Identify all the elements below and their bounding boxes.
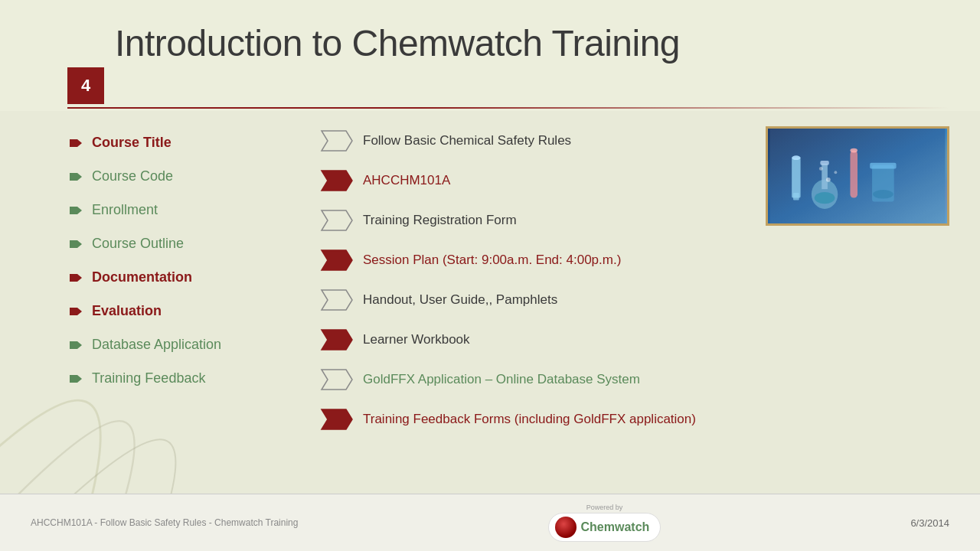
slide-title: Introduction to Chemwatch Training — [115, 21, 949, 66]
bullet-item: Course Outline — [67, 235, 305, 252]
filled-chevron-icon — [320, 249, 354, 272]
arrow-row: Training Registration Form — [320, 209, 750, 232]
arrow-row: Learner Workbook — [320, 328, 750, 351]
svg-marker-20 — [322, 210, 352, 230]
svg-marker-5 — [77, 173, 82, 181]
bullet-item: Evaluation — [67, 302, 305, 319]
arrow-row: Handout, User Guide,, Pamphlets — [320, 289, 750, 311]
svg-marker-23 — [322, 330, 352, 350]
svg-rect-14 — [70, 341, 77, 349]
svg-rect-12 — [70, 308, 77, 315]
svg-marker-22 — [322, 290, 352, 310]
outline-chevron-icon — [320, 289, 354, 311]
svg-marker-7 — [77, 207, 82, 214]
svg-rect-6 — [70, 207, 77, 214]
filled-chevron-icon — [320, 328, 354, 351]
outline-chevron-icon — [320, 368, 354, 391]
header-image — [766, 126, 949, 226]
logo-ball-icon — [555, 517, 577, 538]
svg-marker-11 — [77, 274, 82, 282]
bullet-item: Documentation — [67, 269, 305, 285]
svg-rect-4 — [70, 173, 77, 181]
svg-marker-17 — [77, 375, 82, 383]
footer: AHCCHM101A - Follow Basic Safety Rules -… — [0, 494, 980, 551]
outline-chevron-icon — [320, 209, 354, 232]
bullet-arrow-icon — [67, 201, 84, 218]
bullet-arrow-icon — [67, 134, 84, 151]
arrow-list: Follow Basic Chemical Safety RulesAHCCHM… — [305, 119, 750, 490]
bullet-label: Enrollment — [92, 202, 158, 218]
bullet-item: Course Code — [67, 168, 305, 184]
arrow-row: AHCCHM101A — [320, 169, 750, 192]
bullet-label: Evaluation — [92, 303, 162, 319]
svg-rect-8 — [70, 240, 77, 248]
arrow-text: Session Plan (Start: 9:00a.m. End: 4:00p… — [363, 252, 621, 269]
arrow-text: Handout, User Guide,, Pamphlets — [363, 292, 557, 308]
filled-chevron-icon — [320, 169, 354, 192]
bullet-item: Enrollment — [67, 201, 305, 218]
bullet-arrow-icon — [67, 336, 84, 353]
svg-marker-9 — [77, 240, 82, 248]
chemwatch-logo: Chemwatch — [548, 513, 662, 542]
svg-marker-13 — [77, 308, 82, 315]
arrow-text: Training Feedback Forms (including GoldF… — [363, 411, 696, 428]
bullet-label: Course Code — [92, 168, 173, 184]
arrow-row: Follow Basic Chemical Safety Rules — [320, 129, 750, 152]
svg-marker-19 — [322, 171, 352, 191]
bullet-list: Course TitleCourse CodeEnrollmentCourse … — [67, 119, 305, 490]
content-area: Course TitleCourse CodeEnrollmentCourse … — [67, 119, 949, 490]
arrow-text: AHCCHM101A — [363, 172, 450, 189]
bullet-arrow-icon — [67, 168, 84, 184]
arrow-row: Training Feedback Forms (including GoldF… — [320, 408, 750, 431]
bullet-arrow-icon — [67, 235, 84, 252]
bullet-label: Database Application — [92, 337, 221, 353]
svg-rect-42 — [770, 129, 946, 223]
bullet-arrow-icon — [67, 370, 84, 386]
arrow-text: GoldFFX Application – Online Database Sy… — [363, 371, 640, 388]
arrow-text: Learner Workbook — [363, 331, 470, 348]
chemwatch-logo-area: Powered by Chemwatch — [548, 504, 662, 542]
footer-date: 6/3/2014 — [910, 517, 949, 529]
bullet-label: Documentation — [92, 269, 192, 285]
bullet-label: Course Title — [92, 135, 172, 151]
arrow-row: GoldFFX Application – Online Database Sy… — [320, 368, 750, 391]
bullet-item: Training Feedback — [67, 370, 305, 386]
bullet-label: Training Feedback — [92, 370, 205, 386]
arrow-text: Follow Basic Chemical Safety Rules — [363, 132, 571, 149]
arrow-text: Training Registration Form — [363, 212, 517, 229]
bullet-item: Database Application — [67, 336, 305, 353]
slide-number: 4 — [67, 67, 104, 104]
bullet-arrow-icon — [67, 302, 84, 319]
svg-rect-16 — [70, 375, 77, 383]
svg-rect-10 — [70, 274, 77, 282]
svg-marker-3 — [77, 139, 82, 147]
arrow-row: Session Plan (Start: 9:00a.m. End: 4:00p… — [320, 249, 750, 272]
svg-marker-25 — [322, 409, 352, 429]
filled-chevron-icon — [320, 408, 354, 431]
footer-left-text: AHCCHM101A - Follow Basic Safety Rules -… — [31, 517, 298, 528]
powered-by-text: Powered by — [586, 504, 623, 511]
svg-marker-21 — [322, 250, 352, 270]
svg-rect-2 — [70, 139, 77, 147]
svg-marker-24 — [322, 370, 352, 390]
svg-marker-15 — [77, 341, 82, 349]
logo-text: Chemwatch — [581, 520, 650, 534]
bullet-item: Course Title — [67, 134, 305, 151]
bullet-arrow-icon — [67, 269, 84, 285]
bullet-label: Course Outline — [92, 236, 184, 252]
outline-chevron-icon — [320, 129, 354, 152]
svg-marker-18 — [322, 131, 352, 151]
title-divider — [67, 107, 949, 109]
